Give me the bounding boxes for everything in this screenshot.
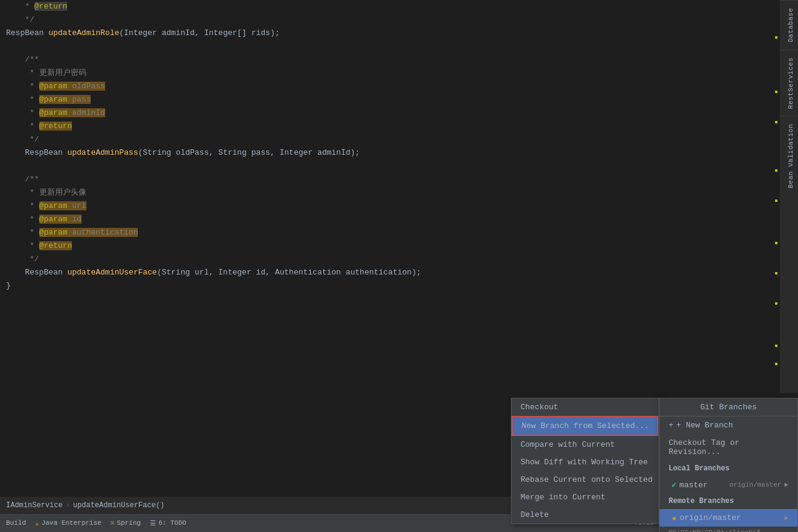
breadcrumb-separator: › [66, 501, 70, 510]
code-line: * 更新用户密码 [0, 66, 780, 80]
code-line: * @return [0, 0, 780, 13]
status-todo[interactable]: ☰ 6: TODO [150, 519, 186, 527]
branch-tag-icon: ✔ [672, 480, 676, 490]
code-line: * @param adminId [0, 106, 780, 120]
new-branch-button[interactable]: + + New Branch [660, 417, 797, 434]
code-line: * @param id [0, 213, 780, 226]
git-panel-title: Git Branches [660, 398, 797, 417]
code-line: * @param oldPass [0, 80, 780, 93]
todo-label: 6: TODO [158, 519, 186, 527]
scroll-marker [775, 302, 777, 305]
todo-icon: ☰ [150, 519, 156, 527]
sidebar-tab-restservices[interactable]: RestServices [780, 50, 798, 116]
code-line: * @return [0, 239, 780, 253]
new-branch-label: + New Branch [676, 421, 733, 430]
code-line: } [0, 279, 780, 293]
code-line: RespBean updateAdminPass(String oldPass,… [0, 146, 780, 160]
menu-item-checkout[interactable]: Checkout [511, 398, 658, 416]
java-icon: ☕ [35, 519, 39, 527]
breadcrumb-method[interactable]: updateAdminUserFace() [73, 501, 164, 510]
code-line: */ [0, 253, 780, 266]
code-line: * @param authentication [0, 226, 780, 239]
scroll-marker [775, 199, 777, 202]
scroll-marker [775, 242, 777, 244]
status-build[interactable]: Build [6, 519, 26, 527]
local-branches-header: Local Branches [660, 461, 797, 476]
code-line [0, 40, 780, 53]
code-line: RespBean updateAdminUserFace(String url,… [0, 266, 780, 279]
star-icon: ★ [672, 513, 676, 523]
scroll-marker [775, 91, 777, 93]
code-line: * @param url [0, 199, 780, 213]
scroll-marker [775, 121, 777, 123]
sidebar-panel: Database RestServices Bean Validation [780, 0, 798, 393]
menu-item-rebase[interactable]: Rebase Current onto Selected [511, 471, 658, 488]
build-label: Build [6, 519, 26, 527]
branch-remote-label: origin/master [730, 481, 782, 488]
more-branches: CS:DS:NR:CP:PA:AlienSif... [660, 527, 797, 532]
code-line: /** [0, 173, 780, 186]
menu-item-show-diff[interactable]: Show Diff with Working Tree [511, 453, 658, 471]
plus-icon: + [669, 421, 673, 430]
code-line [0, 160, 780, 173]
checkout-tag-label: Checkout Tag or Revision... [669, 438, 788, 456]
code-line: * 更新用户头像 [0, 186, 780, 199]
branch-origin-master[interactable]: ★ origin/master ► [660, 509, 797, 527]
spring-icon: ⌘ [111, 519, 115, 527]
branch-name-master: master [680, 481, 727, 490]
more-label: CS:DS:NR:CP:PA:AlienSif... [669, 529, 773, 532]
scroll-indicators[interactable] [773, 0, 780, 393]
status-java[interactable]: ☕ Java Enterprise [35, 519, 102, 527]
breadcrumb-bar: IAdminService › updateAdminUserFace() [0, 497, 511, 514]
code-line: RespBean updateAdminRole(Integer adminId… [0, 27, 780, 40]
code-line: * @param pass [0, 93, 780, 106]
scroll-marker [775, 272, 777, 274]
branch-name-origin-master: origin/master [680, 513, 781, 522]
sidebar-tab-database[interactable]: Database [780, 0, 798, 50]
scroll-marker [775, 36, 777, 39]
scroll-marker [775, 363, 777, 365]
chevron-right-icon: ► [784, 481, 788, 488]
status-spring[interactable]: ⌘ Spring [111, 519, 141, 527]
scroll-marker [775, 345, 777, 347]
code-line: * @return [0, 120, 780, 133]
menu-item-delete[interactable]: Delete [511, 506, 658, 524]
sidebar-tab-beanvalidation[interactable]: Bean Validation [780, 116, 798, 196]
scroll-marker [775, 169, 777, 172]
java-enterprise-label: Java Enterprise [42, 519, 102, 527]
code-editor[interactable]: * @return */ RespBean updateAdminRole(In… [0, 0, 780, 393]
menu-item-compare[interactable]: Compare with Current [511, 436, 658, 453]
remote-branches-header: Remote Branches [660, 493, 797, 509]
git-branches-panel: Git Branches + + New Branch Checkout Tag… [659, 398, 798, 532]
chevron-right-icon-remote: ► [784, 514, 788, 522]
code-line: */ [0, 133, 780, 146]
spring-label: Spring [117, 519, 141, 527]
breadcrumb-class[interactable]: IAdminService [6, 501, 63, 510]
context-menu: Checkout New Branch from Selected... Com… [511, 398, 659, 524]
menu-item-new-branch[interactable]: New Branch from Selected... [511, 416, 658, 436]
code-line: */ [0, 13, 780, 27]
branch-master[interactable]: ✔ master origin/master ► [660, 476, 797, 493]
checkout-tag-button[interactable]: Checkout Tag or Revision... [660, 434, 797, 461]
menu-item-merge[interactable]: Merge into Current [511, 488, 658, 506]
code-line: /** [0, 53, 780, 66]
